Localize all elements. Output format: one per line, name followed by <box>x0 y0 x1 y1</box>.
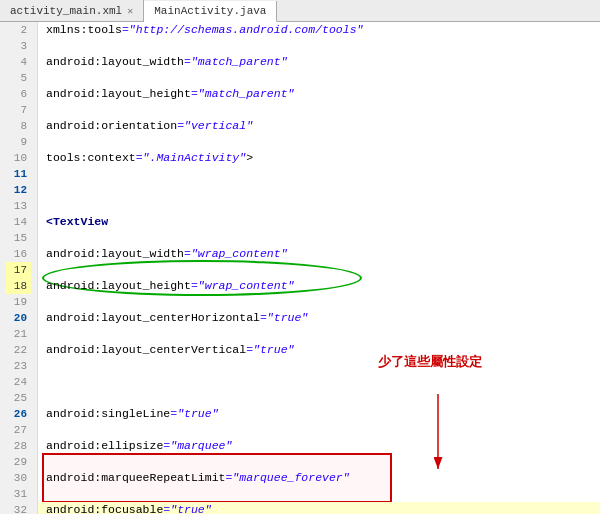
tab-label: MainActivity.java <box>154 5 266 17</box>
line-number: 30 <box>6 470 31 486</box>
tab-label: activity_main.xml <box>10 5 122 17</box>
line-number: 20 <box>6 310 31 326</box>
code-line: android:layout_height="match_parent" <box>38 86 600 102</box>
code-line: xmlns:tools="http://schemas.android.com/… <box>38 22 600 38</box>
code-line: android:layout_centerHorizontal="true" <box>38 310 600 326</box>
line-number: 3 <box>6 38 31 54</box>
line-number: 25 <box>6 390 31 406</box>
line-number: 27 <box>6 422 31 438</box>
code-line: android:marqueeRepeatLimit="marquee_fore… <box>38 470 600 486</box>
line-number: 18 <box>6 278 31 294</box>
line-number: 24 <box>6 374 31 390</box>
code-area[interactable]: 少了這些屬性設定 xmlns:tools="http://schemas.and… <box>38 22 600 514</box>
close-icon[interactable]: ✕ <box>127 5 133 17</box>
line-number: 4 <box>6 54 31 70</box>
line-number: 22 <box>6 342 31 358</box>
line-number: 9 <box>6 134 31 150</box>
line-number: 7 <box>6 102 31 118</box>
line-number: 21 <box>6 326 31 342</box>
line-number: 28 <box>6 438 31 454</box>
code-line: android:layout_height="wrap_content" <box>38 278 600 294</box>
tab-bar: activity_main.xml ✕ MainActivity.java <box>0 0 600 22</box>
line-number: 8 <box>6 118 31 134</box>
line-number: 32 <box>6 502 31 514</box>
code-line: android:singleLine="true" <box>38 406 600 422</box>
tab-activity-xml[interactable]: activity_main.xml ✕ <box>0 0 144 21</box>
line-number: 29 <box>6 454 31 470</box>
code-line: tools:context=".MainActivity" > <box>38 150 600 166</box>
line-number: 17 <box>6 262 31 278</box>
line-number: 13 <box>6 198 31 214</box>
line-number: 19 <box>6 294 31 310</box>
line-number: 11 <box>6 166 31 182</box>
line-number: 31 <box>6 486 31 502</box>
code-line: android:layout_width="wrap_content" <box>38 246 600 262</box>
code-line: android:ellipsize="marquee" <box>38 438 600 454</box>
line-number: 6 <box>6 86 31 102</box>
code-line <box>38 374 600 390</box>
line-number: 12 <box>6 182 31 198</box>
line-number: 2 <box>6 22 31 38</box>
line-number: 14 <box>6 214 31 230</box>
code-line: android:focusable="true" <box>38 502 600 514</box>
line-numbers: 2345678910111213141516171819202122232425… <box>0 22 38 514</box>
line-number: 26 <box>6 406 31 422</box>
code-line <box>38 182 600 198</box>
tab-mainactivity[interactable]: MainActivity.java <box>144 1 277 22</box>
code-line: android:orientation="vertical" <box>38 118 600 134</box>
code-line: android:layout_centerVertical="true" <box>38 342 600 358</box>
line-number: 5 <box>6 70 31 86</box>
line-number: 23 <box>6 358 31 374</box>
code-line: <TextView <box>38 214 600 230</box>
line-number: 15 <box>6 230 31 246</box>
editor-area: 2345678910111213141516171819202122232425… <box>0 22 600 514</box>
code-line: android:layout_width="match_parent" <box>38 54 600 70</box>
line-number: 10 <box>6 150 31 166</box>
line-number: 16 <box>6 246 31 262</box>
